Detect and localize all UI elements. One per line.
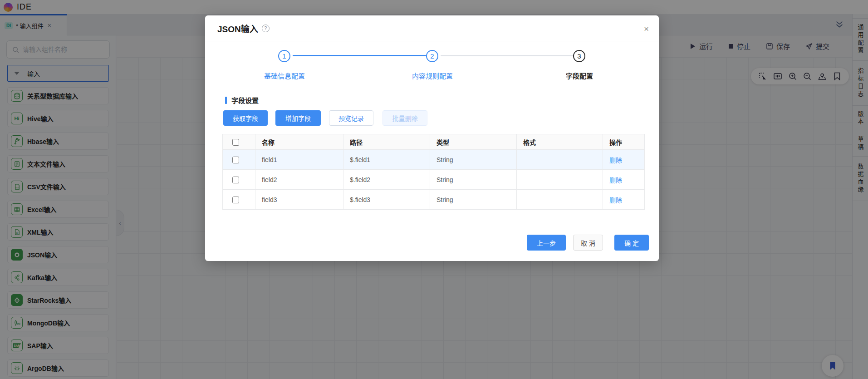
confirm-button[interactable]: 确 定 <box>614 235 649 251</box>
cell-name: field1 <box>255 150 343 170</box>
table-row: field3 $.field3 String 删除 <box>223 190 645 210</box>
cell-path: $.field3 <box>343 190 430 210</box>
cell-type: String <box>430 190 517 210</box>
cell-format <box>517 150 603 170</box>
step-2-label: 内容规则配置 <box>387 71 478 80</box>
ide-app: IDE DI * 输入组件 × 输入 关系型数据库输入 Hi Hive输入 <box>0 0 868 379</box>
cell-path: $.field1 <box>343 150 430 170</box>
cell-name: field3 <box>255 190 343 210</box>
table-row: field1 $.field1 String 删除 <box>223 150 645 170</box>
previous-step-button[interactable]: 上一步 <box>527 235 566 251</box>
cell-type: String <box>430 170 517 190</box>
field-settings-section: 字段设置 <box>225 95 259 105</box>
step-1-label: 基础信息配置 <box>239 71 330 80</box>
cell-path: $.field2 <box>343 170 430 190</box>
col-type: 类型 <box>430 134 517 150</box>
cell-format <box>517 170 603 190</box>
fetch-fields-button[interactable]: 获取字段 <box>223 110 268 126</box>
fields-table: 名称 路径 类型 格式 操作 field1 $.field1 String 删除… <box>222 134 645 210</box>
table-row: field2 $.field2 String 删除 <box>223 170 645 190</box>
json-input-dialog: JSON输入 ? × 1 2 3 基础信息配置 内容规则配置 字段配置 字段设置… <box>205 15 659 261</box>
delete-row-link[interactable]: 删除 <box>609 197 622 204</box>
step-1-circle: 1 <box>278 50 290 62</box>
col-format: 格式 <box>517 134 603 150</box>
step-3-circle: 3 <box>573 50 585 62</box>
table-header-row: 名称 路径 类型 格式 操作 <box>223 134 645 150</box>
cell-format <box>517 190 603 210</box>
col-path: 路径 <box>343 134 430 150</box>
cell-type: String <box>430 150 517 170</box>
step-2-circle: 2 <box>426 50 438 62</box>
step-connector-2 <box>441 55 573 56</box>
delete-row-link[interactable]: 删除 <box>609 157 622 164</box>
cancel-button[interactable]: 取 消 <box>573 235 603 251</box>
step-connector-1 <box>293 55 426 56</box>
preview-records-button[interactable]: 预览记录 <box>329 110 373 126</box>
col-action: 操作 <box>603 134 645 150</box>
col-name: 名称 <box>255 134 343 150</box>
add-field-button[interactable]: 增加字段 <box>275 110 321 126</box>
help-icon[interactable]: ? <box>262 25 270 32</box>
dialog-title: JSON输入 <box>217 22 258 34</box>
batch-delete-button[interactable]: 批量删除 <box>383 110 427 126</box>
cell-name: field2 <box>255 170 343 190</box>
delete-row-link[interactable]: 删除 <box>609 177 622 184</box>
section-accent-bar <box>225 97 227 104</box>
dialog-header: JSON输入 ? <box>205 15 659 41</box>
dialog-close-icon[interactable]: × <box>644 25 649 33</box>
select-all-checkbox[interactable] <box>232 139 239 146</box>
row-checkbox[interactable] <box>232 197 239 203</box>
row-checkbox[interactable] <box>232 177 239 183</box>
step-3-label: 字段配置 <box>534 71 625 80</box>
row-checkbox[interactable] <box>232 157 239 163</box>
